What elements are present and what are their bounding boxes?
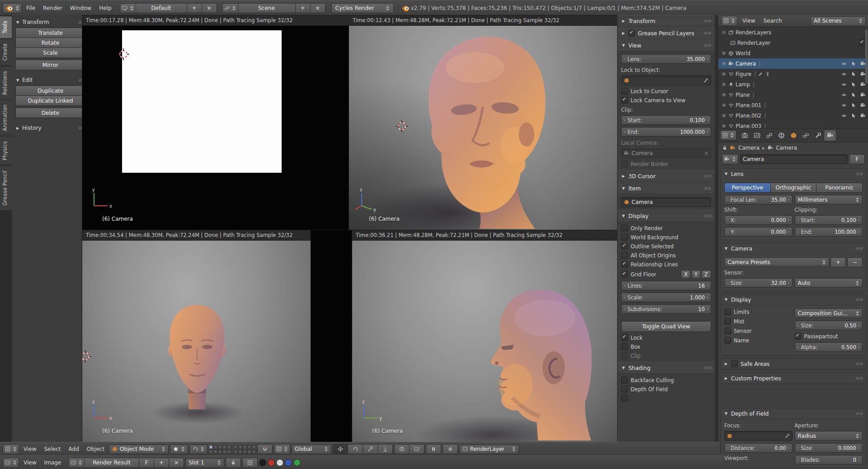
manipulator-rotate-button[interactable] (348, 444, 363, 454)
outliner-row-plane-003[interactable]: ⊕ Plane.003| (718, 121, 868, 128)
outliner-row-renderlayer[interactable]: RenderLayer (718, 38, 868, 48)
pin-icon[interactable] (722, 145, 727, 151)
menu-file[interactable]: File (23, 4, 38, 13)
selectable-cursor-icon[interactable] (851, 103, 856, 108)
visibility-eye-icon[interactable] (841, 71, 847, 77)
expand-icon[interactable]: ⊕ (721, 92, 726, 97)
outliner-view-menu[interactable]: View (739, 16, 758, 25)
outliner-row-figure[interactable]: ⊕ Figure| (718, 69, 868, 79)
tab-render[interactable] (739, 130, 750, 141)
depth-of-field-checkbox[interactable]: Depth Of Field (621, 386, 711, 393)
tab-physics[interactable]: Physics (0, 137, 12, 165)
grid-scale-slider[interactable]: ‹Scale:1.000› (621, 293, 711, 302)
mirror-button[interactable]: Mirror (15, 60, 85, 70)
channel-black-icon[interactable] (259, 459, 266, 466)
passepartout-alpha-slider[interactable]: ‹Alpha:0.500› (795, 342, 863, 352)
menu-render[interactable]: Render (40, 4, 66, 13)
preset-add-button[interactable]: + (830, 257, 846, 267)
rotate-button[interactable]: Rotate (15, 38, 85, 48)
select-menu[interactable]: Select (41, 445, 64, 454)
viewport-perspective[interactable]: Time:00:12.43 | Mem:48.28M, Peak:72.21M … (349, 15, 618, 231)
add-menu[interactable]: Add (66, 445, 82, 454)
tab-render-layers[interactable] (751, 130, 763, 141)
outliner-scrollbar[interactable] (865, 29, 868, 84)
scene-name[interactable]: Scene (238, 3, 296, 13)
outliner-scope-select[interactable]: All Scenes (811, 16, 866, 26)
camera-presets-select[interactable]: Camera Presets (724, 257, 829, 267)
sensor-size-slider[interactable]: ‹Size:32.00› (724, 278, 793, 288)
outliner-row-renderlayers[interactable]: ⊖ RenderLayers (718, 27, 868, 38)
lens-unit-select[interactable]: Millimeters (795, 195, 863, 204)
image-view-menu[interactable]: View (20, 458, 39, 467)
outliner-row-plane-002[interactable]: ⊕ Plane.002| (718, 110, 868, 121)
grid-y-toggle[interactable]: Y (691, 270, 701, 279)
clip-end-slider[interactable]: ‹End:1000.000› (621, 127, 711, 137)
limits-checkbox[interactable]: Limits (724, 308, 793, 315)
image-menu[interactable]: Image (41, 458, 64, 467)
renderable-camera-icon[interactable] (860, 92, 866, 98)
only-render-checkbox[interactable]: Only Render (621, 225, 711, 232)
image-name[interactable]: Render Result (85, 458, 139, 468)
aperture-blades-slider[interactable]: ‹Blades:0› (795, 455, 863, 464)
grid-lines-slider[interactable]: ‹Lines:16› (621, 281, 711, 290)
camera-data-name-field[interactable]: Camera (740, 154, 848, 164)
channel-green-icon[interactable] (293, 459, 301, 466)
panoramic-button[interactable]: Panoramic (816, 183, 863, 193)
lock-camera-to-view-checkbox[interactable]: Lock Camera to View (621, 97, 711, 104)
panel-header-transform[interactable]: ▼Transform≡≡ (15, 19, 85, 25)
eyedropper-icon[interactable] (703, 78, 708, 83)
composition-guides-select[interactable]: Composition Gui... (795, 308, 863, 318)
pause-render-button[interactable] (426, 444, 441, 454)
image-unlink-button[interactable]: × (169, 458, 184, 468)
tab-world[interactable] (775, 130, 787, 141)
draw-size-slider[interactable]: ‹Size:0.50› (795, 321, 863, 330)
tab-grease-pencil[interactable]: Grease Pencil (0, 166, 12, 210)
tab-constraints[interactable] (800, 130, 811, 141)
render-engine-select[interactable]: Cycles Render (331, 3, 394, 13)
object-menu[interactable]: Object (84, 445, 108, 454)
screen-layout-add-button[interactable]: + (187, 3, 202, 13)
scene-browse-button[interactable] (222, 3, 238, 13)
shift-x-slider[interactable]: ‹X:0.000› (724, 215, 793, 225)
manipulator-scale-button[interactable] (363, 444, 378, 454)
outline-selected-checkbox[interactable]: Outline Selected (621, 243, 711, 250)
world-background-checkbox[interactable]: World Background (621, 234, 711, 241)
renderlayer-use-checkbox[interactable] (859, 39, 866, 46)
grid-x-toggle[interactable]: X (681, 270, 691, 279)
visibility-eye-icon[interactable] (841, 113, 847, 118)
all-object-origins-checkbox[interactable]: All Object Origins (621, 252, 711, 259)
visibility-eye-icon[interactable] (841, 61, 847, 66)
fake-user-button[interactable]: F (849, 154, 865, 164)
tab-create[interactable]: Create (0, 39, 12, 65)
image-browse-button[interactable] (68, 458, 85, 468)
renderable-camera-icon[interactable] (860, 113, 866, 118)
clear-icon[interactable]: × (704, 150, 708, 156)
expand-icon[interactable]: ⊕ (721, 71, 726, 76)
mist-checkbox[interactable]: Mist (724, 318, 793, 325)
render-border-checkbox[interactable]: Render Border (621, 161, 711, 167)
lens-slider[interactable]: ‹Lens:35.000› (621, 54, 711, 64)
clipped-checkbox[interactable] (621, 395, 711, 402)
screen-layout-delete-button[interactable]: × (202, 3, 217, 13)
snap-element-select[interactable] (274, 444, 290, 454)
editor-type-button[interactable] (721, 16, 737, 26)
tab-object[interactable] (788, 130, 799, 141)
shift-y-slider[interactable]: ‹Y:0.000› (724, 227, 793, 237)
editor-type-button[interactable] (3, 444, 19, 454)
relationship-lines-checkbox[interactable]: Relationship Lines (621, 261, 711, 268)
render-slot-select[interactable]: Slot 1 (185, 458, 224, 468)
lock-to-cursor-checkbox[interactable]: Lock to Cursor (621, 88, 711, 95)
panel-header-history[interactable]: ▶History≡≡ (15, 125, 85, 131)
channel-red-icon[interactable] (268, 459, 275, 466)
panel-header-view[interactable]: ▼View≡≡ (618, 39, 715, 52)
editor-type-button[interactable] (3, 458, 19, 468)
channel-blue-icon[interactable] (285, 459, 292, 466)
channel-white-icon[interactable] (276, 459, 283, 466)
translate-button[interactable]: Translate (15, 28, 85, 38)
mode-select[interactable]: Object Mode (109, 445, 169, 454)
selectable-cursor-icon[interactable] (851, 113, 856, 118)
outliner-row-world[interactable]: ⊕ World (718, 48, 868, 58)
selectable-cursor-icon[interactable] (851, 61, 856, 66)
orthographic-button[interactable]: Orthographic (771, 183, 817, 193)
panel-header-display[interactable]: ▼Display≡≡ (618, 210, 715, 222)
